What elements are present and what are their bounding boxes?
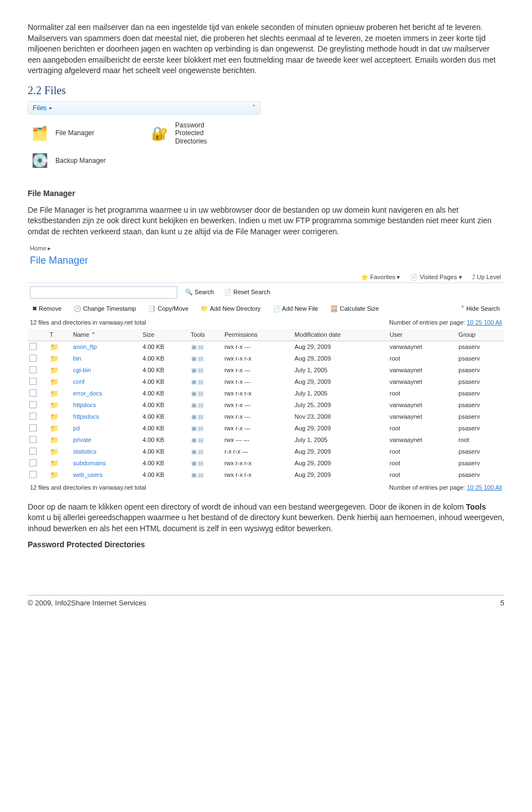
row-tools[interactable]: ▣▤: [189, 353, 223, 364]
row-tools[interactable]: ▣▤: [189, 376, 223, 388]
tool-icon[interactable]: ▤: [198, 471, 203, 478]
row-checkbox[interactable]: [29, 459, 37, 466]
column-header[interactable]: User: [388, 329, 457, 341]
tool-icon[interactable]: ▤: [198, 390, 203, 397]
tool-icon[interactable]: ▣: [191, 367, 197, 373]
tool-icon[interactable]: ▣: [191, 343, 197, 350]
file-name-link[interactable]: bin: [73, 355, 81, 362]
column-header[interactable]: Modification date: [293, 329, 388, 341]
search-input[interactable]: [30, 286, 177, 299]
row-checkbox[interactable]: [29, 413, 37, 420]
file-name-link[interactable]: cgi-bin: [73, 367, 91, 373]
backup-manager-item[interactable]: 💽 Backup Manager: [30, 151, 139, 171]
column-header[interactable]: Permissions: [223, 329, 293, 341]
row-checkbox[interactable]: [29, 378, 37, 385]
tool-icon[interactable]: ▤: [198, 343, 203, 350]
table-row: 📁statistics4.00 KB▣▤r-x r-x ---Aug 29, 2…: [28, 446, 504, 458]
visited-pages-menu[interactable]: 📄 Visited Pages ▾: [410, 274, 462, 281]
tool-icon[interactable]: ▣: [191, 460, 197, 466]
file-name-link[interactable]: web_users: [73, 471, 103, 478]
file-name-link[interactable]: httpsdocs: [73, 413, 99, 420]
row-tools[interactable]: ▣▤: [189, 458, 223, 469]
file-group: psaserv: [457, 411, 504, 423]
reset-search-button[interactable]: 📄 Reset Search: [222, 287, 273, 297]
file-name-link[interactable]: conf: [73, 378, 85, 385]
tool-icon[interactable]: ▣: [191, 390, 197, 397]
file-manager-item[interactable]: 🗂️ File Manager: [30, 121, 139, 145]
tool-icon[interactable]: ▣: [191, 425, 197, 431]
column-header[interactable]: Tools: [189, 329, 223, 341]
file-user: vanwaaynet: [388, 341, 457, 353]
file-size: 4.00 KB: [141, 458, 189, 469]
tool-icon[interactable]: ▣: [191, 355, 197, 362]
row-checkbox[interactable]: [29, 389, 37, 397]
file-name-link[interactable]: httpdocs: [73, 402, 96, 408]
column-header[interactable]: Size: [141, 329, 189, 341]
file-name-link[interactable]: statistics: [73, 448, 96, 455]
row-tools[interactable]: ▣▤: [189, 399, 223, 411]
tool-icon[interactable]: ▤: [198, 425, 203, 431]
tool-icon[interactable]: ▤: [198, 355, 203, 362]
row-tools[interactable]: ▣▤: [189, 411, 223, 423]
tool-icon[interactable]: ▤: [198, 448, 203, 455]
file-name-link[interactable]: pd: [73, 425, 80, 431]
tool-icon[interactable]: ▣: [191, 436, 197, 443]
row-tools[interactable]: ▣▤: [189, 423, 223, 434]
tool-icon[interactable]: ▤: [198, 367, 203, 373]
tool-icon[interactable]: ▣: [191, 471, 197, 478]
add-file-button[interactable]: 📄 Add New File: [270, 304, 320, 314]
file-manager-description: De File Manager is het programma waarmee…: [28, 205, 504, 238]
tool-icon[interactable]: ▣: [191, 413, 197, 420]
password-protected-item[interactable]: 🔐 Password Protected Directories: [150, 121, 258, 145]
tool-icon[interactable]: ▤: [198, 413, 203, 420]
row-tools[interactable]: ▣▤: [189, 364, 223, 376]
hide-search-button[interactable]: ˄ Hide Search: [459, 304, 502, 314]
tool-icon[interactable]: ▤: [198, 378, 203, 385]
breadcrumb[interactable]: Home ▸: [28, 243, 504, 254]
column-header[interactable]: Group: [457, 329, 504, 341]
file-name-link[interactable]: private: [73, 436, 91, 443]
search-button[interactable]: 🔍 Search: [183, 287, 216, 297]
tool-icon[interactable]: ▣: [191, 378, 197, 385]
column-header[interactable]: [28, 329, 48, 341]
tool-icon[interactable]: ▣: [191, 402, 197, 408]
collapse-icon[interactable]: ˄: [252, 104, 255, 112]
tool-icon[interactable]: ▤: [198, 436, 203, 443]
file-date: Aug 29, 2009: [293, 423, 388, 434]
up-level-button[interactable]: ⤴ Up Level: [472, 274, 501, 281]
file-size: 4.00 KB: [141, 446, 189, 458]
column-header[interactable]: Name ⌃: [71, 329, 141, 341]
row-checkbox[interactable]: [29, 448, 37, 455]
row-tools[interactable]: ▣▤: [189, 446, 223, 458]
fm-title: File Manager: [28, 254, 504, 272]
row-checkbox[interactable]: [29, 354, 37, 362]
favorites-menu[interactable]: ⭐ Favorites ▾: [361, 274, 400, 281]
summary-count-bottom: 12 files and directories in vanwaay.net …: [30, 484, 146, 491]
file-user: root: [388, 458, 457, 469]
row-checkbox[interactable]: [29, 471, 37, 478]
row-checkbox[interactable]: [29, 343, 37, 350]
calculate-size-button[interactable]: 🧮 Calculate Size: [328, 304, 381, 314]
copy-move-button[interactable]: 📑 Copy/Move: [146, 304, 191, 314]
row-checkbox[interactable]: [29, 436, 37, 443]
row-tools[interactable]: ▣▤: [189, 434, 223, 446]
add-directory-button[interactable]: 📁 Add New Directory: [198, 304, 263, 314]
tool-icon[interactable]: ▤: [198, 402, 203, 408]
change-timestamp-button[interactable]: 🕒 Change Timestamp: [71, 304, 138, 314]
tool-icon[interactable]: ▤: [198, 460, 203, 466]
tool-icon[interactable]: ▣: [191, 448, 197, 455]
ppd-heading: Password Protected Directories: [28, 539, 504, 551]
remove-button[interactable]: ✖ Remove: [30, 304, 64, 314]
folder-icon: 📁: [50, 389, 59, 398]
row-checkbox[interactable]: [29, 424, 37, 431]
column-header[interactable]: T: [48, 329, 71, 341]
row-checkbox[interactable]: [29, 366, 37, 373]
file-name-link[interactable]: anon_ftp: [73, 343, 97, 350]
row-checkbox[interactable]: [29, 401, 37, 408]
row-tools[interactable]: ▣▤: [189, 388, 223, 399]
row-tools[interactable]: ▣▤: [189, 341, 223, 353]
row-tools[interactable]: ▣▤: [189, 469, 223, 481]
file-name-link[interactable]: subdomains: [73, 460, 106, 466]
files-panel-header[interactable]: Files ▾ ˄: [28, 101, 260, 115]
file-name-link[interactable]: error_docs: [73, 390, 103, 397]
